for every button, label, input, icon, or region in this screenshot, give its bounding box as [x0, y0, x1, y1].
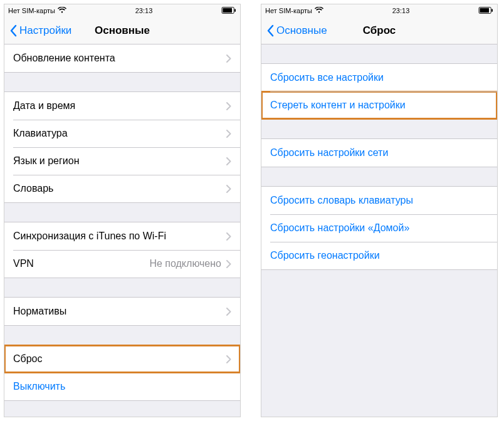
cell-label: Нормативы — [13, 306, 66, 317]
chevron-right-icon — [226, 157, 231, 165]
cell-vpn[interactable]: VPNНе подключено — [4, 250, 240, 278]
chevron-right-icon — [226, 232, 231, 241]
wifi-icon — [58, 7, 66, 14]
nav-bar: Настройки Основные — [4, 17, 240, 44]
battery-icon — [478, 7, 493, 15]
cell-label: Сбросить настройки сети — [270, 147, 388, 159]
cell-нормативы[interactable]: Нормативы — [4, 298, 240, 325]
chevron-right-icon — [226, 102, 231, 110]
cell-label: Сбросить геонастройки — [270, 250, 380, 261]
nav-bar: Основные Сброс — [261, 17, 497, 44]
cell-accessory — [226, 130, 231, 138]
back-button[interactable]: Настройки — [9, 24, 71, 37]
cell-group: Дата и времяКлавиатураЯзык и регионСлова… — [4, 91, 240, 203]
back-label: Настройки — [19, 24, 71, 37]
cell-сбросить-настройки-домой[interactable]: Сбросить настройки «Домой» — [261, 214, 497, 242]
svg-rect-1 — [223, 8, 232, 12]
cell-accessory — [226, 55, 231, 63]
nav-title: Основные — [95, 24, 150, 37]
screen-reset: Нет SIM-карты 23:13 Основные Сброс Сброс… — [261, 4, 498, 417]
screen-general: Нет SIM-карты 23:13 Настройки Основные О… — [4, 4, 241, 417]
cell-label: Выключить — [13, 381, 65, 392]
battery-icon — [221, 7, 236, 15]
cell-accessory: Не подключено — [149, 258, 231, 269]
cell-detail: Не подключено — [149, 258, 221, 269]
cell-accessory — [226, 232, 231, 241]
settings-content-right: Сбросить все настройкиСтереть контент и … — [261, 44, 497, 417]
status-bar: Нет SIM-карты 23:13 — [4, 4, 240, 17]
cell-group: Сбросить настройки сети — [261, 138, 497, 167]
chevron-right-icon — [226, 130, 231, 138]
chevron-right-icon — [226, 185, 231, 193]
cell-label: Синхронизация с iTunes по Wi-Fi — [13, 231, 166, 242]
cell-accessory — [226, 355, 231, 363]
cell-group: Сбросить все настройкиСтереть контент и … — [261, 63, 497, 120]
cell-group: СбросВыключить — [4, 345, 240, 401]
cell-label: Дата и время — [13, 100, 75, 112]
settings-content-left: Обновление контентаДата и времяКлавиатур… — [4, 44, 240, 417]
clock-text: 23:13 — [135, 7, 153, 14]
cell-сбросить-настройки-сети[interactable]: Сбросить настройки сети — [261, 139, 497, 167]
back-label: Основные — [276, 24, 327, 37]
svg-rect-5 — [491, 9, 493, 12]
cell-label: Обновление контента — [13, 53, 115, 64]
svg-rect-2 — [234, 9, 236, 12]
chevron-left-icon — [266, 24, 274, 37]
chevron-right-icon — [226, 260, 231, 268]
nav-title: Сброс — [363, 24, 396, 37]
wifi-icon — [315, 7, 323, 14]
status-bar: Нет SIM-карты 23:13 — [261, 4, 497, 17]
cell-label: Сбросить словарь клавиатуры — [270, 195, 413, 206]
cell-сброс[interactable]: Сброс — [4, 345, 240, 373]
cell-выключить[interactable]: Выключить — [4, 373, 240, 400]
cell-label: Словарь — [13, 183, 53, 194]
cell-label: Сбросить все настройки — [270, 72, 384, 83]
cell-group: Нормативы — [4, 297, 240, 326]
cell-синхронизация-с-itunes-по-wi-fi[interactable]: Синхронизация с iTunes по Wi-Fi — [4, 222, 240, 250]
cell-group: Синхронизация с iTunes по Wi-FiVPNНе под… — [4, 222, 240, 278]
cell-сбросить-все-настройки[interactable]: Сбросить все настройки — [261, 64, 497, 91]
cell-label: Сброс — [13, 353, 43, 365]
chevron-right-icon — [226, 308, 231, 316]
svg-rect-4 — [480, 8, 489, 12]
cell-group: Обновление контента — [4, 44, 240, 73]
cell-accessory — [226, 102, 231, 110]
cell-сбросить-словарь-клавиатуры[interactable]: Сбросить словарь клавиатуры — [261, 187, 497, 214]
cell-словарь[interactable]: Словарь — [4, 175, 240, 202]
cell-accessory — [226, 157, 231, 165]
chevron-right-icon — [226, 55, 231, 63]
cell-сбросить-геонастройки[interactable]: Сбросить геонастройки — [261, 242, 497, 269]
clock-text: 23:13 — [392, 7, 410, 14]
cell-label: Сбросить настройки «Домой» — [270, 222, 409, 234]
cell-язык-и-регион[interactable]: Язык и регион — [4, 147, 240, 175]
carrier-text: Нет SIM-карты — [8, 7, 55, 14]
chevron-left-icon — [9, 24, 17, 37]
cell-accessory — [226, 308, 231, 316]
cell-обновление-контента[interactable]: Обновление контента — [4, 44, 240, 72]
cell-клавиатура[interactable]: Клавиатура — [4, 120, 240, 147]
cell-accessory — [226, 185, 231, 193]
cell-стереть-контент-и-настройки[interactable]: Стереть контент и настройки — [261, 91, 497, 119]
cell-label: Стереть контент и настройки — [270, 100, 406, 111]
cell-label: Язык и регион — [13, 155, 80, 167]
carrier-text: Нет SIM-карты — [265, 7, 312, 14]
cell-дата-и-время[interactable]: Дата и время — [4, 92, 240, 120]
cell-label: Клавиатура — [13, 128, 68, 139]
cell-label: VPN — [13, 258, 34, 269]
chevron-right-icon — [226, 355, 231, 363]
back-button[interactable]: Основные — [266, 24, 327, 37]
cell-group: Сбросить словарь клавиатурыСбросить наст… — [261, 186, 497, 270]
